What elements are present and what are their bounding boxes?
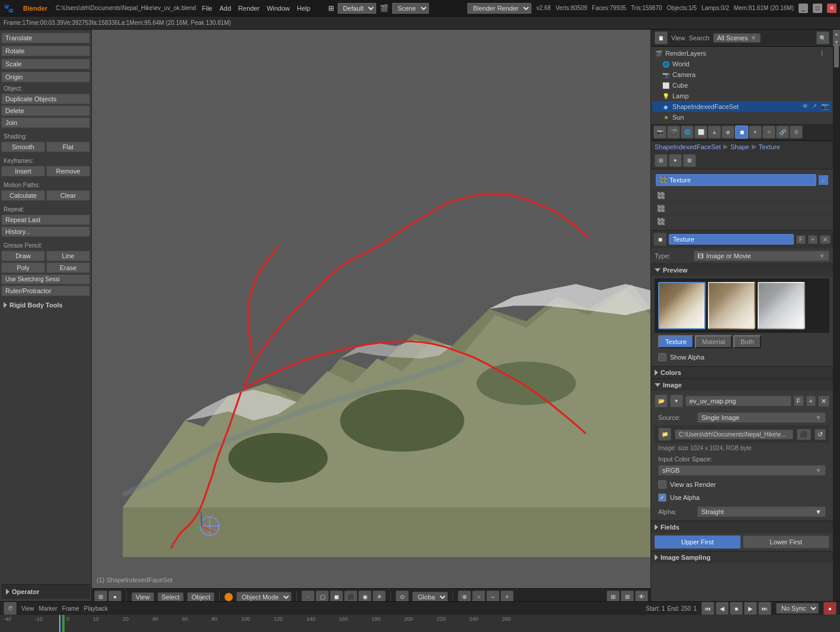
image-type-icon[interactable]: ✦ (670, 394, 683, 408)
select-button[interactable]: Select (158, 592, 184, 602)
scroll-up-btn[interactable]: ▲ (833, 30, 840, 38)
join-button[interactable]: Join (1, 117, 90, 128)
point-icon[interactable]: · (302, 591, 315, 602)
outliner-item-sun[interactable]: ☀ Sun (652, 112, 832, 123)
view-label[interactable]: View (21, 605, 34, 612)
outliner-item-lamp[interactable]: 💡 Lamp (652, 91, 832, 101)
viewport-icon2[interactable]: ● (108, 591, 121, 602)
all-scenes-select[interactable]: All Scenes▼ (713, 33, 761, 43)
shape-action-select[interactable]: ↗ (812, 102, 820, 111)
lower-first-button[interactable]: Lower First (743, 535, 830, 548)
rotate-button[interactable]: Rotate (1, 46, 90, 56)
texture-slot-active[interactable]: Texture (656, 174, 816, 186)
prop-ctrl-icon1[interactable]: ⊞ (655, 154, 668, 167)
prop-icon-texture[interactable]: ◼ (735, 126, 748, 139)
menu-window[interactable]: Window (267, 5, 290, 12)
solid-icon[interactable]: ◼ (330, 591, 343, 602)
win-max-button[interactable]: □ (813, 4, 822, 13)
filename-plus-btn[interactable]: + (806, 396, 816, 406)
calculate-button[interactable]: Calculate (1, 190, 45, 201)
view-button[interactable]: View (132, 592, 154, 602)
image-sampling-section-header[interactable]: Image Sampling (651, 551, 833, 563)
scale-button[interactable]: Scale (1, 59, 90, 69)
smooth-button[interactable]: Smooth (1, 142, 45, 152)
source-value[interactable]: Single Image ▼ (697, 412, 826, 423)
texture-slot-2[interactable] (653, 190, 831, 201)
preview-thumb-3[interactable] (758, 282, 805, 329)
view-as-render-cb[interactable] (658, 480, 666, 489)
image-section-header[interactable]: Image (651, 378, 833, 391)
prop-icon-world[interactable]: 🌐 (681, 126, 694, 139)
material-icon[interactable]: ◉ (358, 591, 371, 602)
snap-icon[interactable]: ⊕ (458, 591, 471, 602)
play-forward-btn[interactable]: ▶ (744, 602, 757, 615)
texture-slot-4[interactable] (653, 216, 831, 227)
prop-icon-constraints[interactable]: 🔗 (776, 126, 789, 139)
filepath-input[interactable] (675, 429, 793, 439)
texture-f-btn[interactable]: F (796, 235, 806, 244)
play-back-btn[interactable]: ◀ (716, 602, 729, 615)
prop-icon-particle[interactable]: ✦ (749, 126, 762, 139)
input-color-value[interactable]: sRGB ▼ (658, 465, 826, 476)
delete-button[interactable]: Delete (1, 105, 90, 116)
filename-input[interactable] (685, 396, 791, 406)
use-alpha-cb[interactable] (658, 493, 666, 502)
pivot-select[interactable]: Global (412, 592, 448, 602)
breadcrumb-part2[interactable]: Shape (730, 143, 749, 150)
viewport[interactable]: X Y Z (1) ShapeIndexedFaceSet ⊞ ● View S… (92, 30, 650, 601)
search-icon[interactable]: 🔍 (816, 31, 829, 44)
mode-select[interactable]: Object Mode (236, 592, 291, 602)
remove-button[interactable]: Remove (46, 166, 90, 177)
transform-icon[interactable]: ↔ (486, 591, 499, 602)
filepath-btn2[interactable]: ↺ (815, 429, 826, 440)
frame-label[interactable]: Frame (62, 605, 79, 612)
renderlayers-action1[interactable]: | (821, 49, 829, 57)
stop-btn[interactable]: ■ (730, 602, 743, 615)
preview-thumb-1[interactable] (658, 282, 706, 329)
type-value[interactable]: 🎞 Image or Movie ▼ (694, 251, 829, 261)
timeline-icon[interactable]: ⏱ (4, 602, 17, 615)
texture-slot-3[interactable] (653, 203, 831, 214)
pivot-icon[interactable]: ⊙ (396, 591, 409, 602)
filepath-icon1[interactable]: 📁 (658, 428, 671, 441)
texture-plus-btn[interactable]: + (808, 235, 817, 244)
win-min-button[interactable]: _ (799, 4, 808, 13)
wire-icon[interactable]: ▢ (316, 591, 329, 602)
shape-action-visibility[interactable]: 👁 (802, 102, 810, 111)
shape-action-render[interactable]: 📷 (821, 102, 829, 111)
prop-icon-modifiers[interactable]: ⚙ (790, 126, 803, 139)
layer-icon[interactable]: ⊞ (607, 591, 620, 602)
search-menu[interactable]: Search (689, 34, 710, 41)
render-icon[interactable]: ☀ (373, 591, 386, 602)
clear-button[interactable]: Clear (46, 190, 90, 201)
line-button[interactable]: Line (46, 251, 90, 261)
viewport-icon1[interactable]: ⊞ (94, 591, 107, 602)
operator-header[interactable]: Operator (4, 587, 88, 596)
preview-section-header[interactable]: Preview (651, 264, 833, 276)
record-btn[interactable]: ● (823, 602, 836, 615)
preview-tab-material[interactable]: Material (695, 335, 732, 348)
filename-f-btn[interactable]: F (794, 396, 804, 406)
poly-button[interactable]: Poly (1, 262, 45, 273)
prop-icon-scene[interactable]: 🎬 (667, 126, 680, 139)
filename-x-btn[interactable]: ✕ (818, 396, 829, 407)
prop-icon-object[interactable]: ⬜ (694, 126, 707, 139)
texture-icon[interactable]: ⬛ (344, 591, 357, 602)
upper-first-button[interactable]: Upper First (655, 535, 740, 548)
image-load-icon[interactable]: 📂 (655, 394, 668, 408)
flat-button[interactable]: Flat (46, 142, 90, 152)
object-visibility-icon[interactable]: 👁 (635, 591, 648, 602)
scene-select[interactable]: Scene (392, 3, 429, 14)
show-alpha-cb[interactable] (658, 353, 666, 361)
render-engine-select[interactable]: Blender Render (467, 3, 531, 14)
insert-button[interactable]: Insert (1, 166, 45, 177)
playback-label[interactable]: Playback (84, 605, 108, 612)
marker-label[interactable]: Marker (39, 605, 57, 612)
menu-help[interactable]: Help (297, 5, 310, 12)
menu-render[interactable]: Render (238, 5, 259, 12)
outliner-item-renderlayers[interactable]: 🎬 RenderLayers | (652, 48, 832, 59)
use-sketching-button[interactable]: Use Sketching Sessi (1, 274, 90, 284)
right-scrollbar[interactable]: ▲ ▼ (833, 30, 840, 601)
texture-x-btn[interactable]: ✕ (820, 235, 831, 244)
outliner-item-shape[interactable]: ◆ ShapeIndexedFaceSet 👁 ↗ 📷 (652, 101, 832, 112)
